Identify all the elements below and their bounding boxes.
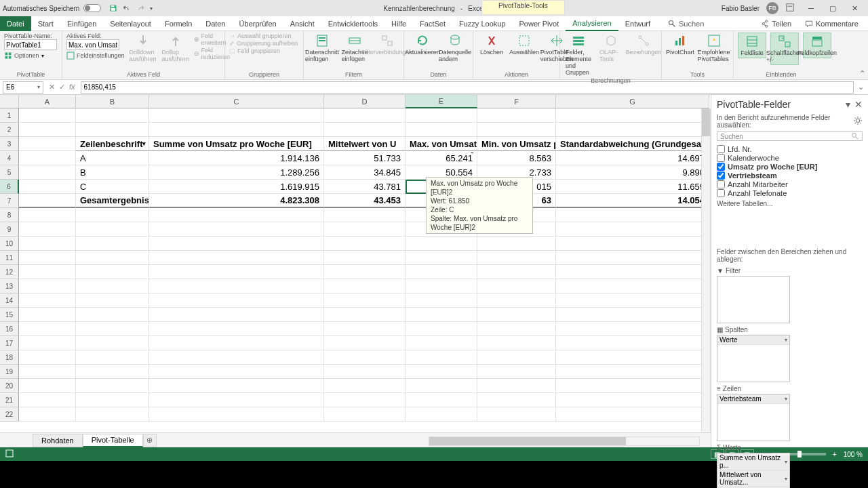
cell[interactable] [406, 293, 477, 308]
cell[interactable] [406, 279, 477, 293]
cell[interactable] [76, 279, 149, 293]
collapse-ribbon-icon[interactable]: ⌃ [859, 69, 865, 78]
cell[interactable]: Min. von Umsatz p [477, 137, 556, 151]
cell[interactable] [406, 108, 477, 123]
cell[interactable]: 4.823.308 [149, 194, 324, 208]
cell[interactable] [406, 393, 477, 407]
cell[interactable] [149, 308, 324, 322]
cell[interactable] [19, 237, 76, 251]
cell[interactable] [76, 308, 149, 322]
cell[interactable]: 11.659 [556, 180, 709, 194]
cell[interactable] [477, 293, 556, 308]
pane-close-icon[interactable]: ✕ [854, 99, 863, 110]
cell[interactable]: Max. von Umsat [406, 137, 477, 151]
cell[interactable] [19, 222, 76, 237]
cell[interactable] [19, 194, 76, 208]
cell[interactable] [406, 336, 477, 350]
cell[interactable]: 43.453 [324, 194, 406, 208]
cell[interactable] [76, 293, 149, 308]
field-checkbox[interactable]: Anzahl Mitarbeiter [717, 180, 863, 188]
row-header[interactable]: 13 [0, 279, 19, 293]
cell[interactable] [19, 165, 76, 180]
cell[interactable] [19, 108, 76, 123]
row-header[interactable]: 22 [0, 407, 19, 422]
cell[interactable] [76, 265, 149, 279]
cell[interactable] [19, 322, 76, 336]
close-button[interactable]: ✕ [845, 2, 864, 14]
cell[interactable] [477, 237, 556, 251]
cell[interactable] [76, 350, 149, 365]
row-header[interactable]: 17 [0, 336, 19, 350]
cell[interactable] [324, 293, 406, 308]
row-header[interactable]: 19 [0, 365, 19, 379]
row-header[interactable]: 2 [0, 123, 19, 137]
cell[interactable] [76, 123, 149, 137]
gear-icon[interactable] [853, 116, 863, 127]
tab-file[interactable]: Datei [0, 16, 31, 31]
row-header[interactable]: 12 [0, 265, 19, 279]
qat-dropdown-icon[interactable]: ▾ [150, 5, 153, 12]
row-header[interactable]: 15 [0, 308, 19, 322]
cell[interactable] [19, 336, 76, 350]
formula-input[interactable]: 61850,415 [81, 81, 854, 94]
cell[interactable] [556, 365, 709, 379]
cell[interactable]: 65.241 [406, 151, 477, 165]
tab-entwicklertools[interactable]: Entwicklertools [321, 16, 384, 31]
area-item[interactable]: Summe von Umsatz p... [717, 453, 789, 470]
cell[interactable] [406, 365, 477, 379]
cell[interactable] [149, 365, 324, 379]
cell[interactable] [149, 208, 324, 222]
cell[interactable] [406, 251, 477, 265]
row-header[interactable]: 3 [0, 137, 19, 151]
sheet-tab[interactable]: Rohdaten [33, 434, 83, 447]
cell[interactable] [477, 336, 556, 350]
save-icon[interactable] [109, 4, 117, 12]
column-header[interactable]: B [76, 95, 149, 108]
cell[interactable] [477, 393, 556, 407]
sheet-tab[interactable]: Pivot-Tabelle [83, 434, 143, 447]
cell[interactable] [556, 222, 709, 237]
tab-seitenlayout[interactable]: Seitenlayout [103, 16, 158, 31]
area-item[interactable]: Mittelwert von Umsatz... [717, 470, 789, 487]
cell[interactable] [324, 322, 406, 336]
tab-start[interactable]: Start [31, 16, 60, 31]
cell[interactable] [149, 407, 324, 422]
maximize-button[interactable]: ▢ [823, 2, 842, 14]
cell[interactable] [19, 123, 76, 137]
cell[interactable] [19, 279, 76, 293]
cell[interactable]: 14.697 [556, 151, 709, 165]
ribbon-options-icon[interactable] [785, 3, 795, 14]
cell[interactable] [324, 265, 406, 279]
row-header[interactable]: 14 [0, 293, 19, 308]
cell[interactable]: Gesamtergebnis [76, 194, 149, 208]
cell[interactable] [477, 379, 556, 393]
cell[interactable] [324, 237, 406, 251]
row-header[interactable]: 1 [0, 108, 19, 123]
zoom-slider[interactable] [772, 453, 826, 455]
cell[interactable] [149, 265, 324, 279]
cell[interactable]: 1.289.256 [149, 165, 324, 180]
row-header[interactable]: 20 [0, 379, 19, 393]
cell[interactable]: 51.733 [324, 151, 406, 165]
column-header[interactable]: D [324, 95, 406, 108]
cell[interactable] [556, 407, 709, 422]
row-header[interactable]: 8 [0, 208, 19, 222]
cell[interactable] [406, 350, 477, 365]
cell[interactable] [149, 322, 324, 336]
pivottable-name-input[interactable] [4, 39, 57, 50]
cell[interactable] [477, 407, 556, 422]
cell[interactable] [324, 279, 406, 293]
cell[interactable] [556, 251, 709, 265]
select-all-corner[interactable] [0, 95, 19, 108]
row-header[interactable]: 5 [0, 165, 19, 180]
cell[interactable] [477, 123, 556, 137]
fieldlist-button[interactable]: Feldliste [738, 33, 766, 58]
row-header[interactable]: 6 [0, 180, 19, 194]
cell[interactable] [556, 393, 709, 407]
cell[interactable] [324, 379, 406, 393]
cell[interactable] [76, 222, 149, 237]
cell[interactable] [19, 137, 76, 151]
tab-daten[interactable]: Daten [199, 16, 232, 31]
undo-icon[interactable] [123, 4, 131, 12]
tab-fuzzy lookup[interactable]: Fuzzy Lookup [452, 16, 512, 31]
